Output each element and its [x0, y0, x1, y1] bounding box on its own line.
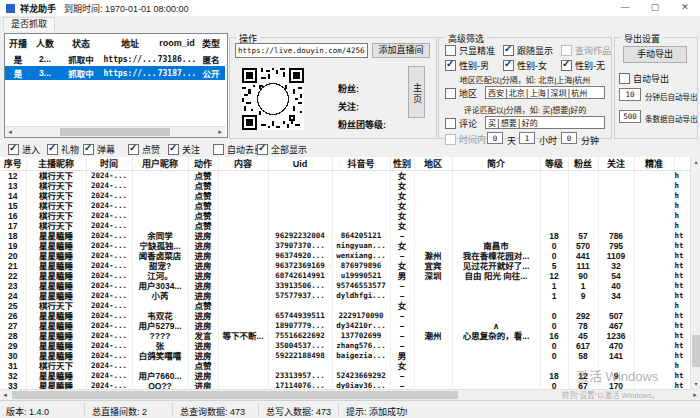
- column-header[interactable]: Uid: [268, 157, 332, 171]
- export-count-input[interactable]: [619, 110, 641, 123]
- close-icon[interactable]: ✕: [670, 0, 700, 16]
- room-row[interactable]: 是2...抓取中https://...73186...匿名: [5, 52, 225, 66]
- table-row[interactable]: 24星星瞌睡2024-...小芮进房57577937...dyldhfgi...…: [0, 291, 690, 301]
- checkbox-precise-only[interactable]: 只显精准: [445, 44, 503, 57]
- table-row[interactable]: 14棋行天下2024-...点赞女h: [0, 191, 690, 201]
- cell: –: [390, 281, 414, 291]
- table-row[interactable]: 15棋行天下2024-...点赞女h: [0, 201, 690, 211]
- table-row[interactable]: 26星星瞌睡2024-...韦双花进房657449395112229170090…: [0, 311, 690, 321]
- table-row[interactable]: 30星星瞌睡2024-...白鸽笑嘻嘻进房59222188498baigezia…: [0, 351, 690, 361]
- vertical-scrollbar[interactable]: ▴ ▾: [690, 157, 700, 389]
- table-row[interactable]: 32星星瞌睡2024-...用户7660...进房23313957...5242…: [0, 371, 690, 381]
- filter-row-1: 只显精准跟随显示查询作品: [445, 44, 619, 57]
- cell: 2024-...: [86, 251, 132, 261]
- cell: [452, 231, 540, 241]
- checkbox-gender-female[interactable]: 性别-女: [503, 59, 561, 72]
- checkbox-enter[interactable]: 进入: [8, 143, 40, 156]
- table-row[interactable]: 12棋行天下2024-...点赞女h: [0, 171, 690, 182]
- scroll-up-icon[interactable]: ▴: [691, 157, 700, 167]
- scrollbar-thumb[interactable]: [692, 335, 700, 367]
- room-horizontal-scrollbar[interactable]: ◂ ▸: [5, 126, 225, 137]
- column-header[interactable]: 序号: [0, 157, 26, 171]
- checkbox-danmu[interactable]: 弹幕: [83, 143, 115, 156]
- column-header[interactable]: room_id: [157, 34, 197, 52]
- table-row[interactable]: 28星星瞌睡2024-...????发言等下不断...7551662269213…: [0, 331, 690, 341]
- export-minutes-input[interactable]: [619, 88, 641, 101]
- column-header[interactable]: 地址: [103, 34, 157, 52]
- column-header[interactable]: 状态: [59, 34, 103, 52]
- column-header[interactable]: 粉丝: [568, 157, 598, 171]
- column-header[interactable]: 开播: [5, 34, 31, 52]
- cell: h: [674, 201, 690, 211]
- room-row[interactable]: 是3...抓取中https://...73187...公开: [5, 66, 225, 80]
- table-row[interactable]: 33星星瞌睡2024-...QQ??进房17114076...dy0iav36.…: [0, 381, 690, 389]
- column-header[interactable]: 时间: [86, 157, 132, 171]
- checkbox-dedup[interactable]: 自动去重: [213, 143, 263, 156]
- scroll-down-icon[interactable]: ▾: [691, 379, 700, 389]
- scroll-left-icon[interactable]: ◂: [5, 127, 15, 137]
- add-room-button[interactable]: 添加直播间: [372, 43, 430, 58]
- cell: 95746553577: [332, 281, 390, 291]
- cell: 73187...: [157, 66, 197, 80]
- tab-capture[interactable]: 是否抓取: [3, 17, 55, 31]
- table-row[interactable]: 17棋行天下2024-...点赞女h: [0, 221, 690, 231]
- column-header[interactable]: 类型: [197, 34, 225, 52]
- live-url-input[interactable]: [235, 43, 368, 58]
- table-row[interactable]: 13棋行天下2024-...点赞女h: [0, 181, 690, 191]
- column-header[interactable]: 关注: [598, 157, 634, 171]
- scroll-left-icon[interactable]: ◂: [0, 390, 10, 400]
- column-header[interactable]: 精准: [634, 157, 674, 171]
- column-header[interactable]: 地区: [414, 157, 452, 171]
- table-row[interactable]: 21星星瞌睡2024-...甜宠?进房96372369169876979896女…: [0, 261, 690, 271]
- checkbox-query-works[interactable]: 查询作品: [561, 44, 619, 57]
- comment-input[interactable]: [485, 116, 605, 129]
- column-header[interactable]: 性别: [390, 157, 414, 171]
- column-header[interactable]: 动作: [188, 157, 218, 171]
- cell: 0: [540, 351, 568, 361]
- column-header[interactable]: 主播昵称: [26, 157, 86, 171]
- table-row[interactable]: 22星星瞌睡2024-...江河。进房68742614991u19990521男…: [0, 271, 690, 281]
- horizontal-scrollbar[interactable]: ◂ ▸: [0, 389, 700, 400]
- column-header[interactable]: [674, 157, 690, 171]
- region-input[interactable]: [485, 86, 605, 99]
- table-row[interactable]: 19星星瞌睡2024-...宁缺孤独...进房37907370...ningyu…: [0, 241, 690, 251]
- table-row[interactable]: 31棋行天下2024-...点赞女h: [0, 361, 690, 371]
- cell: 0: [540, 251, 568, 261]
- column-header[interactable]: 等级: [540, 157, 568, 171]
- table-row[interactable]: 18星星瞌睡2024-...余同学进房96292232004864205121–…: [0, 231, 690, 241]
- column-header[interactable]: 简介: [452, 157, 540, 171]
- checkbox-follow[interactable]: 关注: [168, 143, 200, 156]
- checkbox-gift[interactable]: 礼物: [47, 143, 79, 156]
- minimize-icon[interactable]: —: [610, 0, 640, 16]
- cell: [414, 381, 452, 389]
- checkbox-gender-none[interactable]: 性别-无: [561, 59, 619, 72]
- table-row[interactable]: 23星星瞌睡2024-...用户3034...进房33913506...9574…: [0, 281, 690, 291]
- scrollbar-thumb[interactable]: [60, 128, 170, 136]
- scrollbar-thumb[interactable]: [12, 391, 458, 399]
- homepage-button[interactable]: 主页: [408, 66, 425, 118]
- checkbox-gender-male[interactable]: 性别-男: [445, 59, 503, 72]
- checkbox-show-all[interactable]: 全部显示: [257, 143, 307, 156]
- table-row[interactable]: 27星星瞌睡2024-...用户5279...进房18907779...dy34…: [0, 321, 690, 331]
- column-header[interactable]: 内容: [218, 157, 268, 171]
- cell: [634, 191, 674, 201]
- checkbox-auto-export[interactable]: 自动导出: [619, 72, 677, 85]
- cell: 进房: [188, 231, 218, 241]
- checkbox-follow-display[interactable]: 跟随显示: [503, 44, 561, 57]
- column-header[interactable]: 用户昵称: [132, 157, 188, 171]
- scroll-right-icon[interactable]: ▸: [690, 390, 700, 400]
- cell: 1236: [598, 331, 634, 341]
- table-row[interactable]: 20星星瞌睡2024-...闻香卤菜店进房96374920...wenxiang…: [0, 251, 690, 261]
- table-row[interactable]: 29星星瞌睡2024-...张进房35004537...zhang576...–…: [0, 341, 690, 351]
- checkbox-like[interactable]: 点赞: [128, 143, 160, 156]
- column-header[interactable]: 抖音号: [332, 157, 390, 171]
- status-bar: 版本: 1.4.0 总直播间数: 2 总查询数据: 473 总写入数据: 473…: [0, 400, 700, 418]
- column-header[interactable]: 人数: [31, 34, 59, 52]
- table-row[interactable]: 25棋行天下2024-...点赞女h: [0, 301, 690, 311]
- cell: [452, 311, 540, 321]
- manual-export-button[interactable]: 手动导出: [623, 46, 687, 63]
- maximize-icon[interactable]: ▢: [640, 0, 670, 16]
- scroll-right-icon[interactable]: ▸: [215, 127, 225, 137]
- checkbox-box: [47, 144, 58, 155]
- table-row[interactable]: 16棋行天下2024-...点赞女h: [0, 211, 690, 221]
